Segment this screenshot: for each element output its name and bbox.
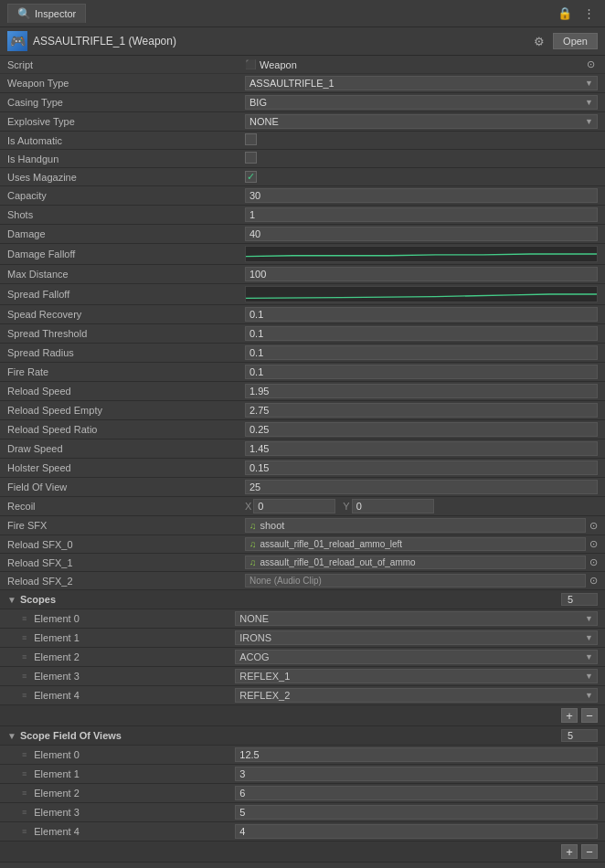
drag-handle-icon[interactable]: ≡	[22, 808, 27, 817]
lock-icon[interactable]: 🔒	[555, 5, 575, 21]
damage-falloff-label: Damage Falloff	[7, 249, 245, 259]
spread-threshold-input[interactable]	[245, 326, 598, 341]
scope-fov-1-input[interactable]	[235, 767, 598, 781]
scope-fov-remove-button[interactable]: −	[581, 844, 598, 859]
max-distance-input[interactable]	[245, 267, 598, 281]
weapon-type-dropdown[interactable]: ASSAULTRIFLE_1 ▼	[245, 76, 598, 90]
fire-sfx-value: ♫ shoot	[245, 518, 586, 533]
scopes-section-header[interactable]: ▼ Scopes	[0, 590, 605, 609]
reload-sfx-1-target-icon[interactable]: ⊙	[589, 556, 598, 568]
reload-speed-empty-input[interactable]	[245, 403, 598, 418]
spread-radius-input[interactable]	[245, 345, 598, 360]
shots-input[interactable]	[245, 207, 598, 222]
script-target-icon[interactable]: ⊙	[584, 58, 598, 71]
scope-element-1: ≡ Element 1 IRONS ▼	[0, 629, 605, 648]
scope-3-dropdown[interactable]: REFLEX_1 ▼	[235, 669, 598, 683]
reload-speed-input[interactable]	[245, 384, 598, 398]
is-handgun-checkbox[interactable]	[245, 152, 257, 164]
scopes-add-button[interactable]: +	[561, 708, 578, 723]
music-note-icon: ♫	[249, 521, 257, 531]
scope-1-dropdown[interactable]: IRONS ▼	[235, 630, 598, 645]
spead-recovery-label: Spead Recovery	[7, 309, 245, 320]
header-settings-icon[interactable]: ⚙	[531, 34, 547, 49]
reload-sfx-0-text: assault_rifle_01_reload_ammo_left	[260, 539, 403, 549]
reload-sfx-2-label: Reload SFX_2	[7, 576, 245, 587]
spread-falloff-curve[interactable]	[245, 286, 598, 302]
reload-sfx-2-value: None (Audio Clip)	[245, 574, 586, 587]
scope-0-label: Element 0	[34, 613, 235, 624]
header-left: 🎮 ASSAULTRIFLE_1 (Weapon)	[7, 31, 176, 51]
drag-handle-icon[interactable]: ≡	[22, 750, 27, 759]
damage-input[interactable]	[245, 227, 598, 241]
scope-fov-0-input[interactable]	[235, 747, 598, 762]
recoil-x-input[interactable]	[253, 499, 335, 513]
spead-recovery-input[interactable]	[245, 307, 598, 322]
field-row-holster-speed: Holster Speed	[0, 459, 605, 478]
drag-handle-icon[interactable]: ≡	[22, 827, 27, 836]
scope-0-dropdown[interactable]: NONE ▼	[235, 611, 598, 626]
reload-sfx-0-target-icon[interactable]: ⊙	[589, 538, 598, 550]
drag-handle-icon[interactable]: ≡	[22, 614, 27, 623]
drag-handle-icon[interactable]: ≡	[22, 672, 27, 681]
scope-fov-4-input[interactable]	[235, 824, 598, 839]
weapon-type-value: ASSAULTRIFLE_1 ▼	[245, 76, 598, 90]
scope-2-dropdown[interactable]: ACOG ▼	[235, 650, 598, 664]
is-automatic-checkbox[interactable]	[245, 133, 257, 145]
holster-speed-input[interactable]	[245, 460, 598, 475]
scope-fov-section-header[interactable]: ▼ Scope Field Of Views	[0, 726, 605, 746]
open-button[interactable]: Open	[553, 33, 598, 49]
scope-3-label: Element 3	[34, 671, 235, 682]
inspector-tab[interactable]: 🔍 Inspector	[7, 4, 86, 23]
scope-fov-add-button[interactable]: +	[561, 844, 578, 859]
damage-falloff-curve[interactable]	[245, 246, 598, 262]
field-row-spread-threshold: Spread Threshold	[0, 324, 605, 344]
scope-fov-3-input[interactable]	[235, 805, 598, 820]
explosive-type-dropdown[interactable]: NONE ▼	[245, 114, 598, 129]
scopes-count[interactable]	[561, 593, 598, 606]
field-row-recoil: Recoil X Y	[0, 497, 605, 516]
scope-fov-section-title: Scope Field Of Views	[20, 730, 561, 741]
recoil-y-input[interactable]	[352, 499, 434, 513]
reload-sfx-2-target-icon[interactable]: ⊙	[589, 575, 598, 587]
drag-handle-icon[interactable]: ≡	[22, 789, 27, 798]
reload-sfx-0-label: Reload SFX_0	[7, 539, 245, 550]
scope-fov-count[interactable]	[561, 729, 598, 742]
fire-sfx-target-icon[interactable]: ⊙	[589, 520, 598, 532]
field-row-fire-rate: Fire Rate	[0, 363, 605, 382]
field-row-reload-sfx-0: Reload SFX_0 ♫ assault_rifle_01_reload_a…	[0, 535, 605, 554]
scope-fov-2-label: Element 2	[34, 788, 235, 799]
uses-magazine-checkbox[interactable]: ✓	[245, 171, 257, 183]
uses-magazine-label: Uses Magazine	[7, 172, 245, 183]
uses-magazine-value: ✓	[245, 171, 598, 183]
scope-3-value: REFLEX_1 ▼	[235, 669, 598, 683]
recoil-x-label: X	[245, 501, 251, 512]
drag-handle-icon[interactable]: ≡	[22, 633, 27, 642]
scope-fov-add-remove-bar: + −	[0, 842, 605, 863]
more-icon[interactable]: ⋮	[580, 5, 598, 21]
field-of-view-input[interactable]	[245, 480, 598, 494]
field-row-max-distance: Max Distance	[0, 265, 605, 284]
explosive-type-label: Explosive Type	[7, 116, 245, 127]
drag-handle-icon[interactable]: ≡	[22, 652, 27, 662]
weapon-icon-box: 🎮	[7, 31, 27, 51]
fire-rate-input[interactable]	[245, 365, 598, 379]
explosive-type-value: NONE ▼	[245, 114, 598, 129]
field-row-is-automatic: Is Automatic	[0, 132, 605, 150]
scope-1-value: IRONS ▼	[235, 630, 598, 645]
reload-sfx-2-text: None (Audio Clip)	[249, 576, 322, 586]
capacity-label: Capacity	[7, 190, 245, 201]
field-row-casing-type: Casing Type BIG ▼	[0, 93, 605, 112]
casing-type-dropdown[interactable]: BIG ▼	[245, 95, 598, 110]
scope-fov-element-0: ≡ Element 0	[0, 746, 605, 765]
chevron-icon: ▼	[585, 614, 593, 623]
reload-speed-ratio-input[interactable]	[245, 422, 598, 437]
damage-falloff-svg	[246, 247, 597, 261]
field-row-reload-speed-ratio: Reload Speed Ratio	[0, 420, 605, 439]
scope-fov-2-input[interactable]	[235, 786, 598, 800]
drag-handle-icon[interactable]: ≡	[22, 769, 27, 778]
drag-handle-icon[interactable]: ≡	[22, 691, 27, 700]
capacity-input[interactable]	[245, 188, 598, 203]
scopes-remove-button[interactable]: −	[581, 708, 598, 723]
scope-4-dropdown[interactable]: REFLEX_2 ▼	[235, 688, 598, 703]
draw-speed-input[interactable]	[245, 441, 598, 456]
